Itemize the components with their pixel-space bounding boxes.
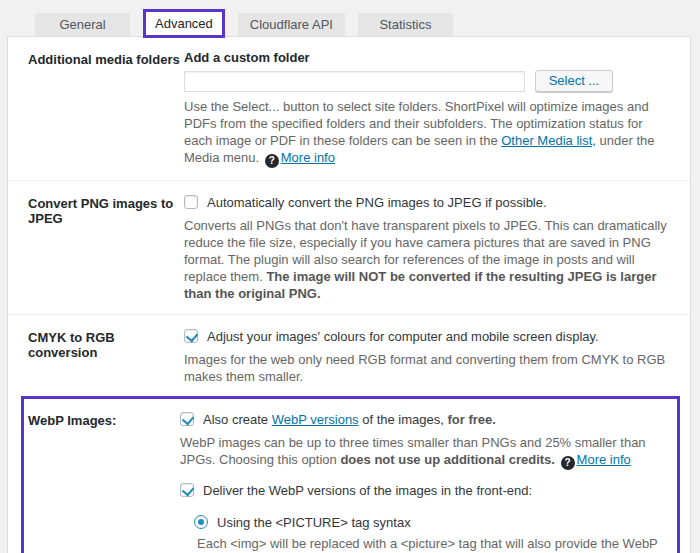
- help-icon: ?: [561, 456, 575, 470]
- section-field: Also create WebP versions of the images,…: [180, 411, 663, 553]
- webp-versions-link[interactable]: WebP versions: [272, 412, 359, 427]
- tab-bar: General Advanced Cloudflare API Statisti…: [0, 0, 700, 36]
- label-bold-text: for free.: [448, 412, 496, 427]
- picture-tag-radio-label: Using the <PICTURE> tag syntax: [217, 514, 411, 531]
- select-folder-button[interactable]: Select ...: [535, 70, 614, 92]
- section-cmyk-rgb: CMYK to RGB conversion Adjust your image…: [8, 315, 690, 390]
- section-field: Automatically convert the PNG images to …: [184, 194, 674, 302]
- picture-tag-description: Each <img> will be replaced with a <pict…: [197, 536, 663, 553]
- custom-folder-input[interactable]: [184, 71, 525, 92]
- tab-general[interactable]: General: [35, 13, 130, 36]
- description-text: Each <img> will be replaced with a <pict…: [197, 536, 658, 553]
- section-convert-png-jpeg: Convert PNG images to JPEG Automatically…: [8, 181, 690, 315]
- tab-advanced[interactable]: Advanced: [146, 12, 222, 35]
- deliver-webp-checkbox[interactable]: [180, 483, 194, 497]
- advanced-tab-highlight: Advanced: [143, 9, 225, 38]
- cmyk-rgb-checkbox-label: Adjust your images' colours for computer…: [207, 328, 599, 345]
- cmyk-rgb-description: Images for the web only need RGB format …: [184, 351, 674, 385]
- png-to-jpeg-checkbox[interactable]: [184, 195, 198, 209]
- webp-description: WebP images can be up to three times sma…: [180, 434, 663, 470]
- label-text: Also create: [203, 412, 272, 427]
- help-icon: ?: [265, 154, 279, 168]
- more-info-link[interactable]: More info: [281, 150, 335, 165]
- png-to-jpeg-checkbox-label: Automatically convert the PNG images to …: [207, 194, 547, 211]
- webp-section-highlight: WebP Images: Also create WebP versions o…: [21, 396, 680, 553]
- section-label: CMYK to RGB conversion: [28, 328, 184, 385]
- media-folders-description: Use the Select... button to select site …: [184, 98, 674, 168]
- tab-cloudflare-api[interactable]: Cloudflare API: [238, 13, 345, 36]
- section-additional-media-folders: Additional media folders Add a custom fo…: [8, 37, 690, 181]
- cmyk-rgb-checkbox[interactable]: [184, 329, 198, 343]
- webp-more-info-link[interactable]: More info: [577, 452, 631, 467]
- section-field: Adjust your images' colours for computer…: [184, 328, 674, 385]
- label-text: of the images,: [359, 412, 448, 427]
- tab-statistics[interactable]: Statistics: [358, 13, 453, 36]
- advanced-settings-panel: Additional media folders Add a custom fo…: [7, 36, 691, 553]
- picture-tag-radio[interactable]: [194, 515, 208, 529]
- create-webp-checkbox-label: Also create WebP versions of the images,…: [203, 411, 496, 428]
- other-media-list-link[interactable]: Other Media list,: [501, 133, 596, 148]
- section-label: Additional media folders: [28, 50, 184, 168]
- section-label: WebP Images:: [28, 411, 180, 553]
- section-field: Add a custom folder Select ... Use the S…: [184, 50, 674, 168]
- deliver-webp-checkbox-label: Deliver the WebP versions of the images …: [203, 482, 532, 499]
- description-bold-text: does not use up additional credits.: [340, 452, 555, 467]
- create-webp-checkbox[interactable]: [180, 412, 194, 426]
- png-to-jpeg-description: Converts all PNGs that don't have transp…: [184, 217, 674, 302]
- settings-page: General Advanced Cloudflare API Statisti…: [0, 0, 700, 553]
- section-label: Convert PNG images to JPEG: [28, 194, 184, 302]
- custom-folder-title: Add a custom folder: [184, 50, 674, 65]
